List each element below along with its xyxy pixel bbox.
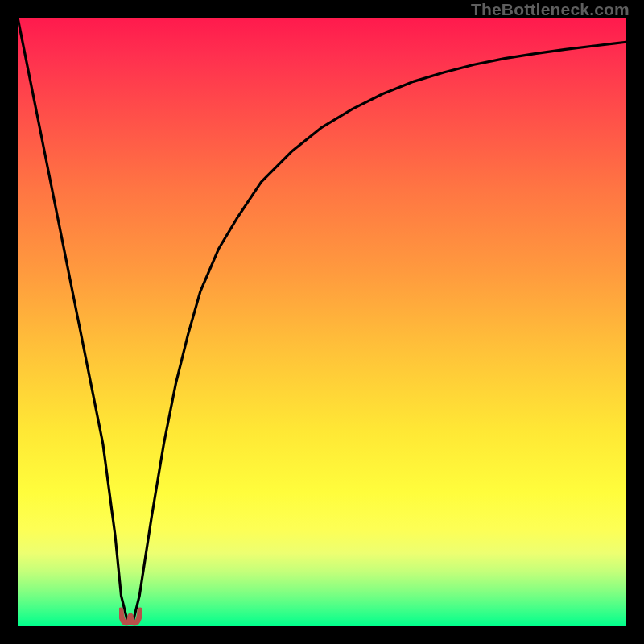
optimum-marker-icon: [119, 607, 142, 626]
watermark-text: TheBottleneck.com: [471, 0, 630, 19]
chart-frame: TheBottleneck.com: [0, 0, 644, 644]
bottleneck-curve: [18, 18, 626, 626]
plot-area: [18, 18, 626, 626]
